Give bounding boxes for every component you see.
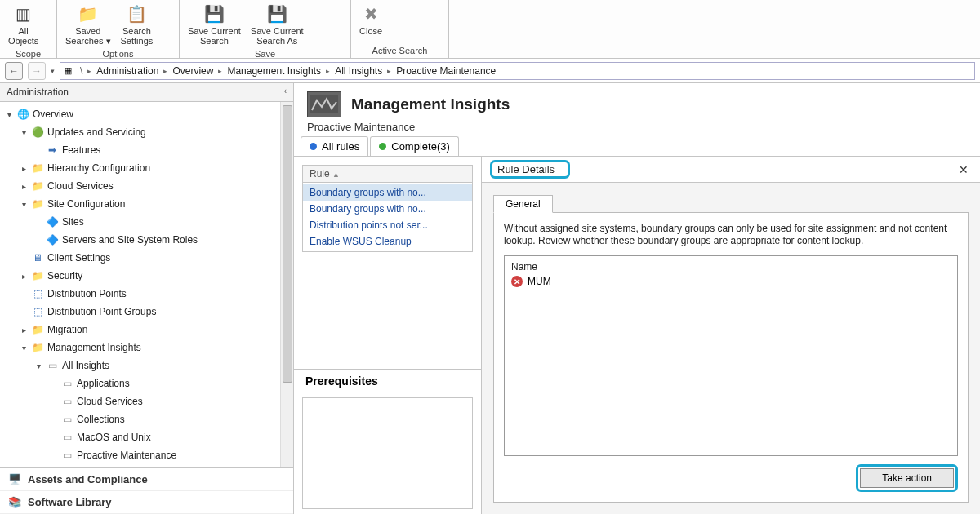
expander-icon[interactable]: ▾ xyxy=(20,200,28,209)
search-settings-button[interactable]: 📋 Search Settings xyxy=(118,2,157,47)
expander-icon[interactable]: ▸ xyxy=(20,164,28,173)
tree-node[interactable]: ▾📁Management Insights xyxy=(0,339,293,357)
address-icon: ▦ xyxy=(64,65,75,77)
nav-tree: ▾🌐Overview▾🟢Updates and Servicing➡Featur… xyxy=(0,102,293,467)
sidebar-collapse-icon[interactable]: ‹ xyxy=(284,86,287,98)
breadcrumb-sep-icon: ▸ xyxy=(218,67,222,75)
tree-node[interactable]: ▸📁Cloud Services xyxy=(0,177,293,195)
nav-bar: ← → ▾ ▦ \ ▸Administration▸Overview▸Manag… xyxy=(0,59,980,83)
tree-scrollbar[interactable] xyxy=(280,102,293,467)
workspace-software[interactable]: 📚 Software Library xyxy=(0,491,293,514)
expander-icon[interactable]: ▾ xyxy=(20,128,28,137)
tree-node-label: Migration xyxy=(47,324,87,335)
sidebar-title-text: Administration xyxy=(7,86,69,98)
expander-icon[interactable]: ▸ xyxy=(20,182,28,191)
tree-node-label: Collections xyxy=(77,414,125,425)
dp-icon: ⬚ xyxy=(31,306,44,317)
expander-icon[interactable]: ▾ xyxy=(5,110,13,119)
nav-back-button[interactable]: ← xyxy=(5,62,23,80)
expander-icon[interactable]: ▸ xyxy=(20,326,28,335)
rule-row[interactable]: Boundary groups with no... xyxy=(303,201,472,217)
breadcrumb-segment[interactable]: Management Insights xyxy=(227,65,321,77)
column-header-text: Rule xyxy=(310,168,330,179)
tree-node[interactable]: 🔷Sites xyxy=(0,213,293,231)
workspace-label: Assets and Compliance xyxy=(28,473,148,485)
doc-icon: ▭ xyxy=(46,360,59,371)
error-icon: ✕ xyxy=(511,276,523,287)
workspace-label: Software Library xyxy=(28,496,112,508)
breadcrumb-segment[interactable]: All Insights xyxy=(335,65,382,77)
tree-node[interactable]: ▭Collections xyxy=(0,410,293,428)
expander-icon[interactable]: ▾ xyxy=(20,343,28,352)
tree-node[interactable]: ▾📁Site Configuration xyxy=(0,195,293,213)
tree-node[interactable]: ▭MacOS and Unix xyxy=(0,428,293,446)
tree-node[interactable]: ▾▭All Insights xyxy=(0,357,293,374)
folder-icon: 📁 xyxy=(31,162,44,174)
save-search-as-button[interactable]: 💾 Save Current Search As xyxy=(247,2,307,47)
rule-row[interactable]: Enable WSUS Cleanup xyxy=(303,233,472,250)
tree-node[interactable]: ▾🌐Overview xyxy=(0,105,293,123)
ribbon-group-label: Options xyxy=(62,47,174,61)
prerequisites-heading: Prerequisites xyxy=(294,369,481,392)
ribbon-btn-label: Save Current Search As xyxy=(251,26,304,46)
tree-node[interactable]: ▸📁Security xyxy=(0,267,293,285)
take-action-button[interactable]: Take action xyxy=(860,468,954,488)
tree-node-label: MacOS and Unix xyxy=(77,432,151,443)
close-search-button[interactable]: ✖ Close xyxy=(356,2,385,38)
tree-node[interactable]: ▸📁Migration xyxy=(0,321,293,339)
folder-icon: 📁 xyxy=(31,180,44,192)
tree-node-label: Client Settings xyxy=(47,252,110,264)
navigation-sidebar: Administration ‹ ▾🌐Overview▾🟢Updates and… xyxy=(0,83,294,514)
close-detail-button[interactable]: ✕ xyxy=(956,163,972,176)
save-search-button[interactable]: 💾 Save Current Search xyxy=(185,2,244,47)
content-header: Management Insights xyxy=(294,83,980,121)
nav-forward-button[interactable]: → xyxy=(28,62,46,80)
tree-node[interactable]: ▾🟢Updates and Servicing xyxy=(0,123,293,141)
detail-title: Rule Details xyxy=(490,160,570,179)
rule-column-header[interactable]: Rule ▲ xyxy=(302,165,473,183)
insights-icon xyxy=(307,91,341,117)
tree-node[interactable]: ▭Cloud Services xyxy=(0,392,293,410)
tree-node[interactable]: ▭Proactive Maintenance xyxy=(0,446,293,464)
tab-all-rules[interactable]: All rules xyxy=(301,136,368,156)
ribbon-btn-label: Save Current Search xyxy=(188,26,241,46)
all-objects-button[interactable]: ▥ All Objects xyxy=(5,2,42,47)
tree-node-label: Sites xyxy=(62,216,84,228)
ribbon-group-label: Scope xyxy=(5,47,51,61)
dp-icon: ⬚ xyxy=(31,288,44,299)
tree-node-label: Site Configuration xyxy=(47,198,125,210)
doc-icon: ▭ xyxy=(60,450,74,461)
breadcrumb-sep-icon: ▸ xyxy=(326,67,330,75)
tab-general[interactable]: General xyxy=(493,195,553,213)
tree-node[interactable]: ⬚Distribution Points xyxy=(0,285,293,303)
rule-row[interactable]: Distribution points not ser... xyxy=(303,217,472,233)
tree-node-label: Distribution Point Groups xyxy=(47,306,156,317)
tree-node-label: Applications xyxy=(77,378,130,389)
take-action-highlight: Take action xyxy=(856,464,958,492)
breadcrumb-segment[interactable]: Administration xyxy=(96,65,158,77)
tree-node[interactable]: ➡Features xyxy=(0,141,293,159)
tab-complete[interactable]: Complete(3) xyxy=(370,136,459,156)
tree-node-label: Servers and Site System Roles xyxy=(62,234,198,246)
tree-node[interactable]: ▸📁Hierarchy Configuration xyxy=(0,159,293,177)
workspace-switcher: 🖥️ Assets and Compliance 📚 Software Libr… xyxy=(0,467,293,514)
doc-icon: ▭ xyxy=(60,432,74,443)
address-bar[interactable]: ▦ \ ▸Administration▸Overview▸Management … xyxy=(60,62,975,80)
tree-node[interactable]: 🖥Client Settings xyxy=(0,249,293,267)
nav-history-dropdown[interactable]: ▾ xyxy=(51,67,55,75)
rule-row[interactable]: Boundary groups with no... xyxy=(303,184,472,201)
breadcrumb-segment[interactable]: Overview xyxy=(172,65,213,77)
saved-searches-button[interactable]: 📁 Saved Searches ▾ xyxy=(62,2,114,47)
breadcrumb-segment[interactable]: Proactive Maintenance xyxy=(396,65,496,77)
save-icon: 💾 xyxy=(203,3,225,24)
expander-icon[interactable]: ▾ xyxy=(34,361,42,370)
tree-node[interactable]: 🔷Servers and Site System Roles xyxy=(0,231,293,249)
workspace-assets[interactable]: 🖥️ Assets and Compliance xyxy=(0,468,293,491)
client-icon: 🖥 xyxy=(31,252,44,264)
affected-item-row[interactable]: ✕ MUM xyxy=(511,276,951,287)
sort-asc-icon: ▲ xyxy=(332,171,340,179)
tree-node[interactable]: ⬚Distribution Point Groups xyxy=(0,303,293,321)
tree-node[interactable]: ▭Applications xyxy=(0,374,293,392)
tree-node-label: Hierarchy Configuration xyxy=(47,162,150,174)
expander-icon[interactable]: ▸ xyxy=(20,272,28,281)
